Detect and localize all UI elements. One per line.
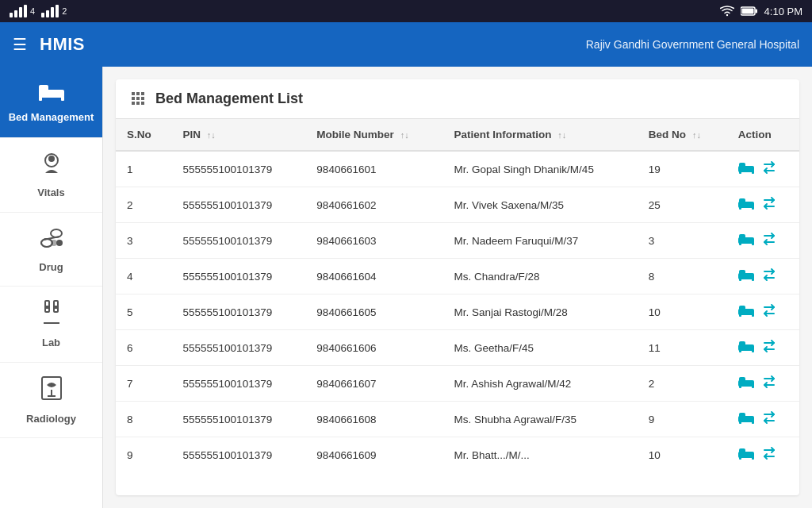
cell-action — [727, 366, 799, 402]
battery-icon — [741, 6, 758, 16]
table-header-row: S.No PIN ↑↓ Mobile Number ↑↓ Patient Inf… — [116, 119, 799, 151]
cell-patient: Mr. Ashish Agrawal/M/42 — [443, 366, 638, 402]
cell-patient: Mr. Gopal Singh Dhanik/M/45 — [443, 151, 638, 187]
swap-action-icon[interactable] — [762, 267, 776, 285]
swap-action-icon[interactable] — [762, 339, 776, 356]
swap-action-icon[interactable] — [762, 160, 776, 178]
bed-action-icon[interactable] — [738, 411, 756, 428]
svg-rect-31 — [136, 92, 140, 95]
hamburger-menu[interactable]: ☰ — [13, 35, 27, 54]
bed-action-icon[interactable] — [738, 197, 756, 214]
swap-action-icon[interactable] — [762, 232, 776, 249]
cell-sno: 8 — [116, 402, 172, 437]
sidebar-item-vitals[interactable]: Vitals — [0, 138, 102, 213]
cell-bed: 8 — [638, 259, 727, 294]
signal-label: 4 — [30, 6, 35, 16]
svg-point-23 — [51, 240, 57, 246]
svg-rect-27 — [45, 306, 49, 309]
bed-action-icon[interactable] — [738, 447, 756, 464]
status-bar: 4 2 4:10 PM — [0, 0, 812, 22]
wifi-icon — [720, 6, 734, 17]
cell-patient: Ms. Shubha Agrawal/F/35 — [443, 402, 638, 437]
swap-action-icon[interactable] — [762, 446, 776, 464]
cell-patient: Ms. Geetha/F/45 — [443, 330, 638, 366]
bed-action-icon[interactable] — [738, 340, 756, 356]
svg-rect-70 — [752, 421, 754, 424]
table-row: 1 555555100101379 9840661601 Mr. Gopal S… — [116, 151, 799, 187]
sidebar-item-radiology[interactable]: Radiology — [0, 363, 102, 439]
cell-pin: 555555100101379 — [172, 402, 306, 437]
cell-pin: 555555100101379 — [172, 151, 306, 187]
svg-rect-49 — [739, 242, 741, 245]
svg-rect-2 — [19, 7, 22, 17]
cell-pin: 555555100101379 — [172, 294, 306, 330]
table-row: 3 555555100101379 9840661603 Mr. Nadeem … — [116, 223, 799, 259]
svg-rect-64 — [739, 377, 745, 383]
svg-rect-62 — [752, 349, 754, 352]
swap-action-icon[interactable] — [762, 410, 776, 428]
cell-mobile: 9840661608 — [305, 402, 442, 437]
bed-action-icon[interactable] — [738, 268, 756, 285]
cell-action — [727, 151, 799, 187]
cell-sno: 3 — [116, 223, 172, 259]
col-mobile[interactable]: Mobile Number ↑↓ — [305, 119, 442, 151]
cell-bed: 10 — [638, 437, 727, 473]
status-left: 4 2 — [10, 5, 67, 17]
col-bed[interactable]: Bed No ↑↓ — [638, 119, 727, 151]
action-icons — [738, 232, 788, 249]
action-icons — [738, 410, 788, 428]
swap-action-icon[interactable] — [762, 375, 776, 392]
svg-rect-35 — [141, 97, 144, 100]
signal-label-2: 2 — [62, 6, 67, 16]
radiology-icon — [39, 375, 64, 408]
sidebar-label-vitals: Vitals — [37, 187, 64, 199]
table-row: 2 555555100101379 9840661602 Mr. Vivek S… — [116, 187, 799, 223]
svg-rect-40 — [739, 163, 745, 168]
sidebar-item-lab[interactable]: Lab — [0, 287, 102, 363]
cell-action — [727, 402, 799, 437]
bed-action-icon[interactable] — [738, 161, 756, 178]
cell-mobile: 9840661603 — [305, 223, 442, 259]
cell-sno: 6 — [116, 330, 172, 366]
cell-sno: 2 — [116, 187, 172, 223]
svg-rect-69 — [739, 421, 741, 424]
bed-action-icon[interactable] — [738, 375, 756, 392]
status-right: 4:10 PM — [720, 6, 802, 17]
col-patient[interactable]: Patient Information ↑↓ — [443, 119, 638, 151]
page-title: Bed Management List — [155, 90, 303, 107]
svg-rect-36 — [132, 102, 135, 105]
action-icons — [738, 339, 788, 356]
action-icons — [738, 160, 788, 178]
cell-sno: 9 — [116, 437, 172, 473]
sidebar-item-bed-management[interactable]: Bed Management — [0, 67, 102, 138]
swap-action-icon[interactable] — [762, 303, 776, 321]
svg-rect-4 — [41, 13, 44, 17]
table-wrapper[interactable]: S.No PIN ↑↓ Mobile Number ↑↓ Patient Inf… — [116, 119, 799, 495]
cell-sno: 7 — [116, 366, 172, 402]
cell-mobile: 9840661606 — [305, 330, 442, 366]
main-layout: Bed Management Vitals — [0, 67, 812, 508]
cell-pin: 555555100101379 — [172, 366, 306, 402]
table-row: 5 555555100101379 9840661605 Mr. Sanjai … — [116, 294, 799, 330]
cell-action — [727, 437, 799, 473]
bed-action-icon[interactable] — [738, 233, 756, 249]
col-pin[interactable]: PIN ↑↓ — [172, 119, 306, 151]
svg-rect-11 — [741, 9, 753, 14]
svg-rect-68 — [739, 413, 745, 418]
vitals-icon — [39, 151, 64, 182]
swap-action-icon[interactable] — [762, 196, 776, 214]
cell-action — [727, 223, 799, 259]
svg-rect-73 — [739, 456, 741, 460]
action-icons — [738, 267, 788, 285]
svg-point-17 — [48, 156, 55, 162]
cell-bed: 9 — [638, 402, 727, 437]
content-header: Bed Management List — [116, 79, 799, 119]
cell-bed: 3 — [638, 223, 727, 259]
time-display: 4:10 PM — [764, 6, 802, 17]
svg-rect-46 — [752, 206, 754, 210]
bed-action-icon[interactable] — [738, 304, 756, 321]
cell-bed: 25 — [638, 187, 727, 223]
sidebar: Bed Management Vitals — [0, 67, 103, 508]
cell-sno: 1 — [116, 151, 172, 187]
sidebar-item-drug[interactable]: Drug — [0, 213, 102, 287]
